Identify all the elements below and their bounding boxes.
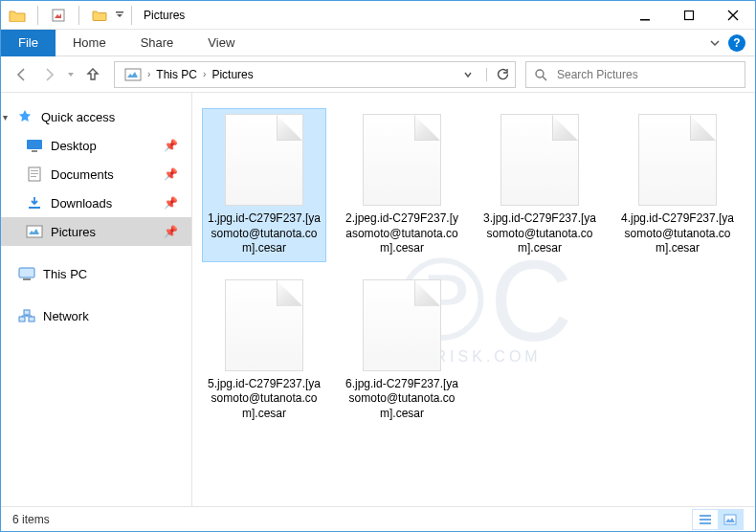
navigation-bar: › This PC › Pictures: [1, 56, 755, 93]
pin-icon: 📌: [164, 167, 178, 181]
sidebar-item-documents[interactable]: Documents 📌: [1, 160, 191, 188]
this-pc-icon: [18, 265, 35, 282]
chevron-right-icon[interactable]: ›: [201, 69, 208, 79]
ribbon: File Home Share View ?: [1, 30, 755, 56]
file-icon: [363, 114, 441, 206]
svg-rect-14: [19, 268, 34, 277]
svg-rect-17: [29, 317, 34, 321]
svg-rect-2: [640, 19, 650, 21]
help-button[interactable]: ?: [728, 34, 745, 52]
separator: [78, 6, 79, 25]
customize-qat-dropdown[interactable]: [114, 7, 125, 24]
minimize-button[interactable]: [623, 1, 667, 30]
downloads-icon: [26, 194, 43, 211]
back-button[interactable]: [11, 63, 33, 86]
file-name: 5.jpg.id-C279F237.[yasomoto@tutanota.com…: [206, 377, 322, 422]
file-name: 2.jpeg.id-C279F237.[yasomoto@tutanota.co…: [344, 211, 460, 256]
pictures-icon: [26, 223, 43, 240]
tab-home[interactable]: Home: [56, 30, 123, 56]
svg-rect-1: [116, 11, 123, 13]
chevron-down-icon[interactable]: ▾: [3, 112, 8, 122]
svg-rect-3: [685, 11, 694, 19]
up-button[interactable]: [81, 63, 104, 86]
breadcrumb-segment-this-pc[interactable]: This PC: [152, 68, 201, 81]
pin-icon: 📌: [164, 139, 178, 152]
body: ▾ Quick access Desktop 📌 Documents 📌: [1, 93, 755, 506]
view-mode-toggle: [692, 509, 744, 530]
svg-point-5: [536, 70, 544, 78]
titlebar: Pictures: [1, 1, 755, 30]
icons-view-button[interactable]: [718, 510, 743, 529]
file-item[interactable]: 4.jpg.id-C279F237.[yasomoto@tutanota.com…: [615, 108, 740, 262]
svg-rect-7: [32, 150, 37, 152]
chevron-right-icon[interactable]: ›: [145, 69, 152, 79]
details-view-button[interactable]: [693, 510, 718, 529]
sidebar-item-quick-access[interactable]: ▾ Quick access: [1, 102, 191, 131]
sidebar-item-network[interactable]: Network: [1, 301, 191, 330]
file-name: 6.jpg.id-C279F237.[yasomoto@tutanota.com…: [344, 377, 460, 422]
sidebar-label: This PC: [43, 267, 87, 281]
svg-rect-15: [23, 278, 31, 280]
breadcrumb-segment-pictures[interactable]: Pictures: [208, 68, 256, 81]
svg-rect-10: [31, 173, 38, 174]
sidebar-label: Documents: [51, 167, 114, 182]
properties-icon[interactable]: [50, 7, 67, 24]
address-bar[interactable]: › This PC › Pictures: [114, 61, 516, 88]
file-item[interactable]: 5.jpg.id-C279F237.[yasomoto@tutanota.com…: [202, 274, 326, 428]
sidebar-item-this-pc[interactable]: This PC: [1, 259, 191, 288]
breadcrumb-icon[interactable]: [121, 68, 145, 81]
search-input[interactable]: [557, 68, 737, 81]
maximize-button[interactable]: [667, 1, 711, 30]
sidebar-item-desktop[interactable]: Desktop 📌: [1, 131, 191, 160]
sidebar-item-pictures[interactable]: Pictures 📌: [1, 217, 191, 246]
file-item[interactable]: 3.jpg.id-C279F237.[yasomoto@tutanota.com…: [478, 108, 602, 262]
sidebar-label: Quick access: [41, 110, 115, 124]
tab-share[interactable]: Share: [123, 30, 191, 56]
file-item[interactable]: 6.jpg.id-C279F237.[yasomoto@tutanota.com…: [340, 274, 464, 428]
file-tab[interactable]: File: [1, 30, 56, 56]
navigation-pane: ▾ Quick access Desktop 📌 Documents 📌: [1, 93, 192, 506]
star-icon: [16, 108, 33, 125]
svg-rect-12: [29, 207, 40, 209]
svg-rect-6: [27, 140, 42, 149]
svg-rect-18: [24, 310, 30, 315]
sidebar-label: Desktop: [51, 139, 97, 153]
svg-rect-16: [19, 317, 25, 321]
file-icon: [500, 114, 579, 206]
separator: [131, 6, 132, 25]
sidebar-label: Pictures: [51, 225, 96, 239]
separator: [37, 6, 38, 25]
forward-button[interactable]: [37, 63, 60, 86]
window-controls: [623, 1, 755, 30]
file-name: 1.jpg.id-C279F237.[yasomoto@tutanota.com…: [206, 211, 322, 256]
quick-access-toolbar: [1, 6, 125, 25]
explorer-window: Pictures File Home Share View ?: [0, 0, 756, 532]
sidebar-label: Downloads: [51, 196, 112, 211]
item-count: 6 items: [12, 513, 50, 526]
window-title: Pictures: [144, 9, 185, 22]
expand-ribbon-icon[interactable]: [709, 37, 721, 49]
address-dropdown-icon[interactable]: [463, 70, 482, 79]
file-name: 3.jpg.id-C279F237.[yasomoto@tutanota.com…: [481, 211, 598, 256]
sidebar-item-downloads[interactable]: Downloads 📌: [1, 188, 191, 217]
svg-rect-20: [700, 519, 711, 521]
file-item[interactable]: 2.jpeg.id-C279F237.[yasomoto@tutanota.co…: [340, 108, 464, 262]
desktop-icon: [26, 137, 43, 154]
folder-small-icon[interactable]: [91, 7, 108, 24]
tab-view[interactable]: View: [190, 30, 252, 56]
file-icon: [363, 279, 441, 371]
search-box[interactable]: [525, 61, 745, 88]
file-name: 4.jpg.id-C279F237.[yasomoto@tutanota.com…: [619, 211, 736, 256]
pin-icon: 📌: [164, 196, 178, 210]
svg-rect-9: [31, 170, 38, 171]
recent-locations-dropdown[interactable]: [64, 63, 78, 86]
folder-icon: [9, 7, 26, 24]
file-item[interactable]: 1.jpg.id-C279F237.[yasomoto@tutanota.com…: [202, 108, 326, 262]
network-icon: [18, 307, 35, 324]
svg-rect-22: [724, 515, 736, 524]
refresh-button[interactable]: [486, 68, 509, 81]
close-button[interactable]: [711, 1, 755, 30]
file-view[interactable]: ℗C PCRISK.COM 1.jpg.id-C279F237.[yasomot…: [192, 93, 755, 506]
sidebar-label: Network: [43, 309, 89, 323]
pin-icon: 📌: [164, 225, 178, 238]
